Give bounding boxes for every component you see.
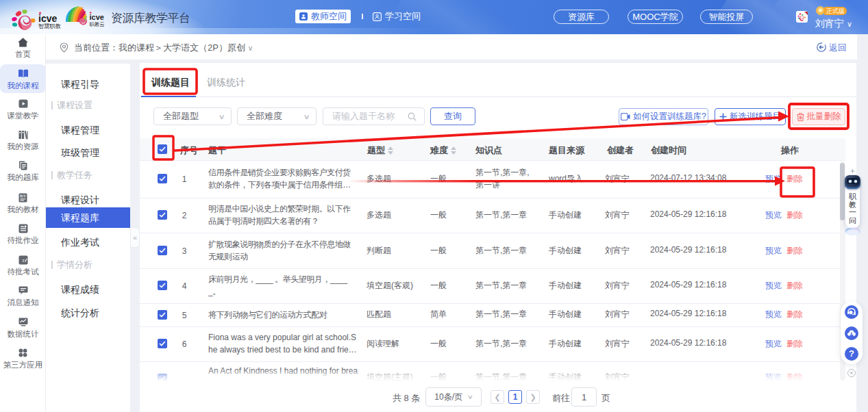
svg-text:icve: icve <box>90 13 104 21</box>
svg-text:智慧职教: 智慧职教 <box>38 23 62 29</box>
svg-text:icve: icve <box>38 13 57 24</box>
svg-text:数学: 数学 <box>20 194 27 198</box>
svg-text:职教云: 职教云 <box>90 21 105 27</box>
